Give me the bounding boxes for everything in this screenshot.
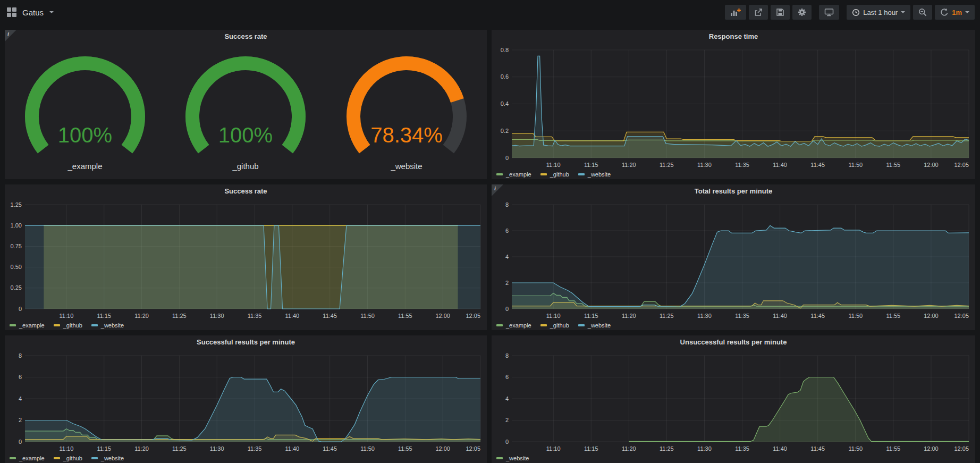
refresh-icon: [940, 8, 949, 16]
legend-series-label: _example: [506, 171, 531, 178]
info-icon[interactable]: i: [7, 30, 9, 37]
dashboards-grid-icon[interactable]: [7, 7, 16, 17]
y-axis-tick-label: 8: [505, 352, 509, 359]
add-panel-button[interactable]: [725, 5, 746, 20]
y-axis-tick-label: 0.25: [11, 284, 22, 291]
settings-button[interactable]: [792, 5, 812, 20]
chart-response-time: 11:1011:1511:2011:2511:3011:3511:4011:45…: [492, 44, 975, 179]
legend-item-_website[interactable]: _website: [496, 455, 529, 461]
gauge-value: 78.34%: [370, 123, 443, 147]
series-area-_website: [629, 377, 969, 442]
chart-plot[interactable]: 11:1011:1511:2011:2511:3011:3511:4011:45…: [492, 44, 975, 179]
legend-item-_example[interactable]: _example: [10, 322, 45, 329]
panel-info-corner[interactable]: [492, 184, 503, 196]
x-axis-tick-label: 11:35: [248, 445, 262, 452]
legend-item-_website[interactable]: _website: [91, 455, 124, 461]
gauge-value: 100%: [218, 123, 273, 147]
panel-title[interactable]: Unsuccessful results per minute: [492, 335, 975, 349]
series-line-_website: [512, 56, 969, 146]
legend-item-_website[interactable]: _website: [578, 322, 611, 329]
dashboard-title[interactable]: Gatus: [22, 8, 44, 17]
x-axis-tick-label: 12:00: [924, 162, 939, 168]
gauge-github[interactable]: 100% _github: [165, 44, 326, 179]
chart-plot[interactable]: 11:1011:1511:2011:2511:3011:3511:4011:45…: [5, 198, 487, 330]
gauge-example[interactable]: 100% _example: [5, 44, 165, 179]
save-icon: [776, 8, 784, 16]
legend-series-label: _github: [63, 322, 82, 329]
x-axis-tick-label: 11:45: [810, 445, 825, 452]
legend-item-_github[interactable]: _github: [54, 455, 82, 461]
clock-icon: [852, 9, 860, 16]
x-axis-tick-label: 11:15: [584, 162, 598, 168]
x-axis-tick-label: 11:30: [697, 162, 712, 168]
x-axis-tick-label: 11:20: [134, 313, 149, 319]
legend-item-_github[interactable]: _github: [54, 322, 82, 329]
x-axis-tick-label: 12:05: [466, 445, 480, 452]
x-axis-tick-label: 11:40: [773, 445, 787, 452]
legend-item-_website[interactable]: _website: [578, 171, 611, 178]
legend-series-label: _github: [63, 455, 82, 461]
legend-series-label: _example: [506, 322, 531, 329]
chart-plot[interactable]: 11:1011:1511:2011:2511:3011:3511:4011:45…: [5, 349, 487, 463]
y-axis-tick-label: 4: [19, 395, 22, 402]
x-axis-tick-label: 11:35: [735, 162, 749, 168]
panel-info-corner[interactable]: [5, 30, 16, 41]
zoom-out-button[interactable]: [913, 5, 932, 20]
x-axis-tick-label: 11:45: [810, 313, 825, 319]
y-axis-tick-label: 6: [19, 374, 22, 380]
x-axis-tick-label: 12:00: [924, 313, 939, 319]
chart-unsuccessful-results: 11:1011:1511:2011:2511:3011:3511:4011:45…: [492, 349, 975, 463]
x-axis-tick-label: 12:05: [954, 445, 969, 452]
x-axis-tick-label: 11:55: [398, 313, 412, 319]
y-axis-tick-label: 0: [505, 306, 509, 312]
panel-total-results: i Total results per minute 11:1011:1511:…: [492, 184, 975, 330]
legend-item-_example[interactable]: _example: [10, 455, 45, 461]
panel-title[interactable]: Response time: [492, 30, 975, 44]
x-axis-tick-label: 11:40: [773, 313, 787, 319]
x-axis-tick-label: 11:20: [134, 445, 149, 452]
legend-item-_github[interactable]: _github: [540, 322, 569, 329]
chart-legend: _example_github_website: [496, 322, 611, 329]
x-axis-tick-label: 11:55: [886, 445, 900, 452]
y-axis-tick-label: 2: [505, 280, 509, 286]
y-axis-tick-label: 8: [505, 201, 509, 208]
chart-plot[interactable]: 11:1011:1511:2011:2511:3011:3511:4011:45…: [492, 198, 975, 330]
legend-item-_github[interactable]: _github: [540, 171, 569, 178]
chevron-down-icon[interactable]: [49, 11, 54, 13]
y-axis-tick-label: 1.25: [11, 201, 22, 208]
panel-title[interactable]: Success rate: [5, 184, 487, 198]
legend-item-_website[interactable]: _website: [91, 322, 124, 329]
x-axis-tick-label: 11:20: [622, 313, 636, 319]
refresh-picker[interactable]: 1m: [935, 5, 975, 20]
x-axis-tick-label: 11:25: [172, 313, 187, 319]
panel-title[interactable]: Total results per minute: [492, 184, 975, 198]
panel-title[interactable]: Success rate: [5, 30, 487, 44]
chart-plot[interactable]: 11:1011:1511:2011:2511:3011:3511:4011:45…: [492, 349, 975, 463]
x-axis-tick-label: 11:50: [360, 445, 375, 452]
panel-success-rate-graph: Success rate 11:1011:1511:2011:2511:3011…: [5, 184, 487, 330]
time-range-picker[interactable]: Last 1 hour: [847, 5, 910, 20]
y-axis-tick-label: 2: [505, 417, 509, 423]
legend-item-_example[interactable]: _example: [496, 322, 531, 329]
x-axis-tick-label: 11:50: [848, 445, 863, 452]
save-button[interactable]: [771, 5, 790, 20]
legend-item-_example[interactable]: _example: [496, 171, 531, 178]
panel-successful-results: Successful results per minute 11:1011:15…: [5, 335, 487, 463]
panel-title[interactable]: Successful results per minute: [5, 335, 487, 349]
info-icon[interactable]: i: [494, 185, 496, 191]
share-button[interactable]: [749, 5, 768, 20]
legend-series-label: _example: [19, 322, 45, 329]
x-axis-tick-label: 11:50: [848, 162, 863, 168]
legend-series-label: _example: [19, 455, 45, 461]
tv-mode-button[interactable]: [819, 5, 839, 20]
legend-series-label: _github: [550, 322, 569, 329]
legend-series-swatch: [10, 457, 16, 459]
chevron-down-icon: [901, 11, 905, 13]
x-axis-tick-label: 11:15: [584, 445, 598, 452]
settings-gear-icon: [798, 8, 806, 16]
panel-unsuccessful-results: Unsuccessful results per minute 11:1011:…: [492, 335, 975, 463]
legend-series-swatch: [10, 324, 16, 326]
x-axis-tick-label: 11:30: [210, 313, 224, 319]
gauge-website[interactable]: 78.34% _website: [326, 44, 487, 179]
legend-series-swatch: [496, 173, 503, 175]
